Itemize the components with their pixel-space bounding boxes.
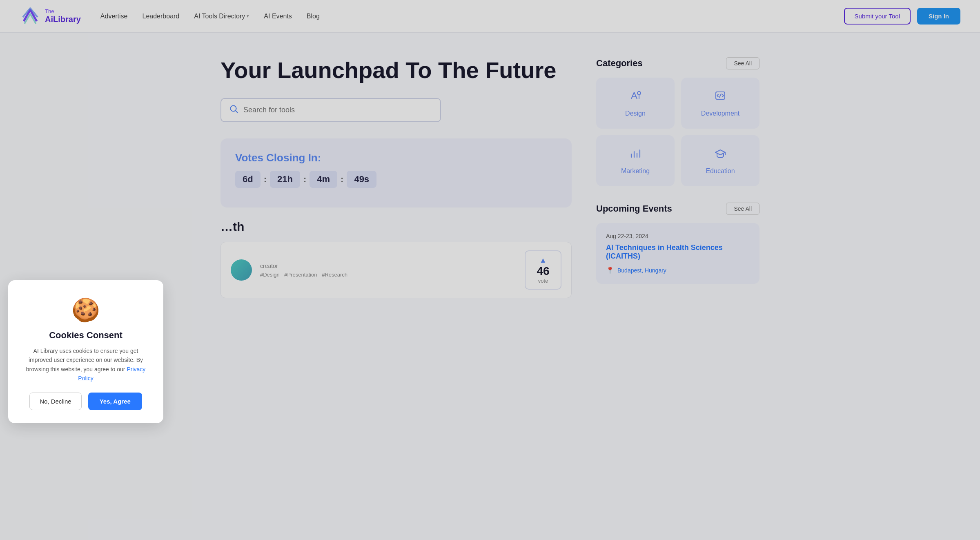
cookie-modal-overlay: 🍪 Cookies Consent AI Library uses cookie…: [0, 0, 980, 315]
cookie-modal: 🍪 Cookies Consent AI Library uses cookie…: [8, 280, 163, 315]
cookie-icon: 🍪: [23, 297, 149, 315]
